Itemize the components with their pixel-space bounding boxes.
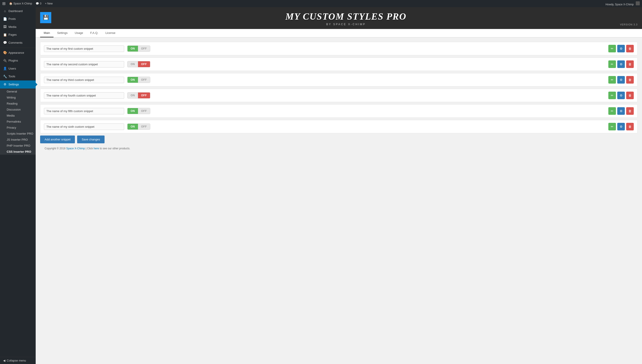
dashboard-icon: ⌂ (3, 9, 7, 13)
snippet-settings-button[interactable]: ⚙ (617, 76, 625, 84)
gear-icon: ⚙ (620, 47, 622, 50)
adminbar-comments[interactable]: 💬 0 (36, 2, 42, 5)
plugin-subtitle: BY SPACE X-CHIMP (54, 23, 638, 26)
comments-icon: 💬 (3, 40, 7, 45)
edit-button[interactable]: ✏ (608, 60, 616, 68)
sidebar-item-users[interactable]: 👤 Users (0, 65, 36, 73)
tab-usage[interactable]: Usage (71, 29, 87, 38)
toggle-on-button[interactable]: ON (128, 46, 138, 52)
snippet-name-input[interactable] (44, 46, 124, 52)
sidebar-item-privacy[interactable]: Privacy (0, 124, 36, 130)
delete-button[interactable]: 🗑 (626, 123, 634, 130)
sidebar-item-css-inserter[interactable]: CSS Inserter PRO (0, 149, 36, 155)
pencil-icon: ✏ (611, 109, 614, 113)
toggle-off-button[interactable]: OFF (138, 108, 150, 114)
snippet-name-input[interactable] (44, 92, 124, 99)
trash-icon: 🗑 (628, 78, 632, 82)
snippet-name-input[interactable] (44, 108, 124, 114)
pages-icon: 📋 (3, 33, 7, 37)
toggle-off-button[interactable]: OFF (138, 124, 150, 130)
delete-button[interactable]: 🗑 (626, 60, 634, 68)
plugin-header: 💾 MY CUSTOM STYLES PRO BY SPACE X-CHIMP … (36, 7, 642, 29)
edit-button[interactable]: ✏ (608, 107, 616, 115)
toggle-group: ON OFF (127, 124, 150, 130)
snippet-row: ON OFF ✏ ⚙ 🗑 (40, 104, 638, 118)
sidebar-item-appearance[interactable]: 🎨 Appearance (0, 49, 36, 57)
toggle-group: ON OFF (127, 77, 150, 83)
sidebar-item-tools[interactable]: 🔧 Tools (0, 73, 36, 81)
toggle-on-button[interactable]: ON (128, 77, 138, 83)
edit-button[interactable]: ✏ (608, 92, 616, 99)
snippet-name-input[interactable] (44, 124, 124, 130)
snippets-container: ON OFF ✏ ⚙ 🗑 ON OFF (40, 42, 638, 133)
save-floppy-icon: 💾 (43, 15, 49, 20)
adminbar-site[interactable]: 🏠 Space X-Chimp (9, 2, 32, 5)
sidebar-item-scripts-inserter[interactable]: Scripts Inserter PRO (0, 130, 36, 137)
sidebar-item-dashboard[interactable]: ⌂ Dashboard (0, 7, 36, 15)
tab-license[interactable]: License (102, 29, 119, 38)
snippet-row: ON OFF ✏ ⚙ 🗑 (40, 73, 638, 86)
gear-icon: ⚙ (620, 125, 622, 128)
main-content: 💾 MY CUSTOM STYLES PRO BY SPACE X-CHIMP … (36, 7, 642, 364)
media-icon: 🖼 (3, 25, 7, 29)
toggle-on-button[interactable]: ON (128, 124, 138, 130)
tab-main[interactable]: Main (40, 29, 54, 38)
toggle-off-button[interactable]: OFF (138, 77, 150, 83)
header-save-button[interactable]: 💾 (40, 12, 51, 23)
content-area: ON OFF ✏ ⚙ 🗑 ON OFF (36, 38, 642, 158)
delete-button[interactable]: 🗑 (626, 92, 634, 99)
delete-button[interactable]: 🗑 (626, 45, 634, 52)
sidebar-item-settings[interactable]: ⚙ Settings (0, 80, 36, 88)
tools-icon: 🔧 (3, 74, 7, 79)
sidebar-item-media[interactable]: 🖼 Media (0, 23, 36, 31)
bottom-actions: Add another snippet Save changes (40, 136, 638, 143)
edit-button[interactable]: ✏ (608, 45, 616, 52)
toggle-off-button[interactable]: OFF (138, 61, 150, 67)
sidebar-item-reading[interactable]: Reading (0, 100, 36, 106)
snippet-settings-button[interactable]: ⚙ (617, 60, 625, 68)
footer-brand-link[interactable]: Space X-Chimp (66, 147, 85, 150)
snippet-settings-button[interactable]: ⚙ (617, 92, 625, 99)
tab-settings[interactable]: Settings (54, 29, 71, 38)
snippet-settings-button[interactable]: ⚙ (617, 123, 625, 130)
sidebar-item-media-settings[interactable]: Media (0, 112, 36, 118)
edit-button[interactable]: ✏ (608, 76, 616, 84)
snippet-settings-button[interactable]: ⚙ (617, 45, 625, 52)
collapse-menu-button[interactable]: ◀ Collapse menu (0, 357, 36, 364)
pencil-icon: ✏ (611, 62, 614, 66)
sidebar-item-discussion[interactable]: Discussion (0, 106, 36, 112)
toggle-on-button[interactable]: ON (128, 92, 138, 98)
plugin-title-area: MY CUSTOM STYLES PRO BY SPACE X-CHIMP (54, 11, 638, 26)
add-snippet-button[interactable]: Add another snippet (40, 136, 75, 143)
sidebar-item-writing[interactable]: Writing (0, 94, 36, 100)
toggle-on-button[interactable]: ON (128, 61, 138, 67)
delete-button[interactable]: 🗑 (626, 76, 634, 84)
tab-faq[interactable]: F.A.Q. (87, 29, 102, 38)
toggle-group: ON OFF (127, 46, 150, 52)
toggle-on-button[interactable]: ON (128, 108, 138, 114)
edit-button[interactable]: ✏ (608, 123, 616, 130)
toggle-off-button[interactable]: OFF (138, 46, 150, 52)
sidebar-item-posts[interactable]: 📄 Posts (0, 15, 36, 23)
toggle-off-button[interactable]: OFF (138, 92, 150, 98)
snippet-row: ON OFF ✏ ⚙ 🗑 (40, 42, 638, 55)
sidebar-item-pages[interactable]: 📋 Pages (0, 31, 36, 39)
sidebar-item-plugins[interactable]: 🔌 Plugins (0, 57, 36, 65)
sidebar-item-comments[interactable]: 💬 Comments (0, 39, 36, 47)
delete-button[interactable]: 🗑 (626, 107, 634, 115)
snippet-name-input[interactable] (44, 61, 124, 68)
avatar (636, 1, 640, 5)
save-changes-button[interactable]: Save changes (77, 136, 104, 143)
toggle-group: ON OFF (127, 108, 150, 114)
snippet-name-input[interactable] (44, 77, 124, 83)
sidebar-item-general[interactable]: General (0, 88, 36, 94)
sidebar-item-js-inserter[interactable]: JS Inserter PRO (0, 137, 36, 143)
footer-here-link[interactable]: here (94, 147, 99, 150)
sidebar-item-permalinks[interactable]: Permalinks (0, 118, 36, 124)
sidebar-item-php-inserter[interactable]: PHP Inserter PRO (0, 143, 36, 149)
snippet-settings-button[interactable]: ⚙ (617, 107, 625, 115)
pencil-icon: ✏ (611, 78, 614, 82)
snippet-row: ON OFF ✏ ⚙ 🗑 (40, 89, 638, 102)
wp-logo-icon[interactable]: ⊞ (2, 1, 6, 6)
adminbar-new[interactable]: + New (45, 2, 52, 5)
